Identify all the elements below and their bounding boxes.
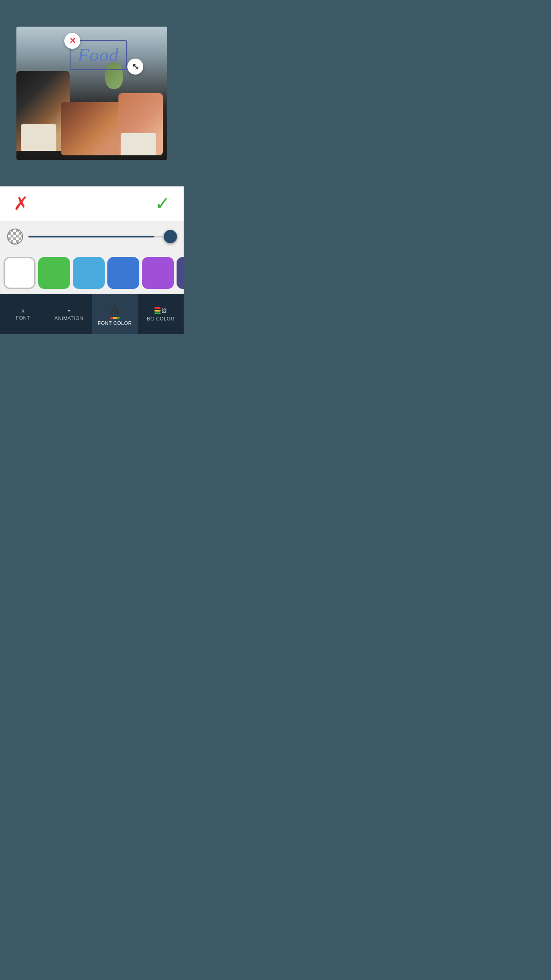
image-container: Food xyxy=(16,27,167,160)
sushi-right xyxy=(118,93,163,155)
slider-thumb[interactable] xyxy=(164,230,177,243)
color-swatch-blue[interactable] xyxy=(107,257,139,289)
tab-font-label: FONT xyxy=(16,315,30,320)
tab-bg-color[interactable]: 🖼 BG COLOR xyxy=(138,294,184,334)
font-color-icon: A xyxy=(110,303,120,319)
animation-icon: ✦ xyxy=(67,308,71,314)
tab-bg-color-label: BG COLOR xyxy=(147,316,174,321)
color-swatch-purple[interactable] xyxy=(142,257,174,289)
slider-row xyxy=(0,221,184,252)
bottom-nav: A FONT ✦ ANIMATION A FONT COLOR 🖼 BG COL… xyxy=(0,294,184,334)
sushi-middle xyxy=(61,102,123,155)
tab-font-color-label: FONT COLOR xyxy=(98,320,132,326)
close-text-button[interactable] xyxy=(64,33,80,49)
canvas-area: Food xyxy=(0,0,184,186)
opacity-slider[interactable] xyxy=(28,236,177,237)
tab-font-color[interactable]: A FONT COLOR xyxy=(92,294,138,334)
overlay-text: Food xyxy=(78,45,119,65)
color-swatch-green[interactable] xyxy=(38,257,70,289)
color-swatch-dark-purple[interactable] xyxy=(177,257,184,289)
confirm-button[interactable]: ✓ xyxy=(155,194,170,213)
opacity-icon xyxy=(7,229,23,245)
resize-handle[interactable] xyxy=(127,59,143,75)
controls-area: ✗ ✓ xyxy=(0,186,184,294)
color-swatch-light-blue[interactable] xyxy=(73,257,105,289)
color-picker-row xyxy=(0,252,184,294)
color-swatch-white[interactable] xyxy=(4,257,35,289)
tab-animation-label: ANIMATION xyxy=(55,316,83,321)
font-icon: A xyxy=(21,308,25,313)
tab-animation[interactable]: ✦ ANIMATION xyxy=(46,294,92,334)
action-row: ✗ ✓ xyxy=(0,186,184,221)
tab-font[interactable]: A FONT xyxy=(0,294,46,334)
bg-color-icon: 🖼 xyxy=(154,307,167,314)
slider-fill xyxy=(28,236,154,237)
cancel-button[interactable]: ✗ xyxy=(13,194,29,213)
